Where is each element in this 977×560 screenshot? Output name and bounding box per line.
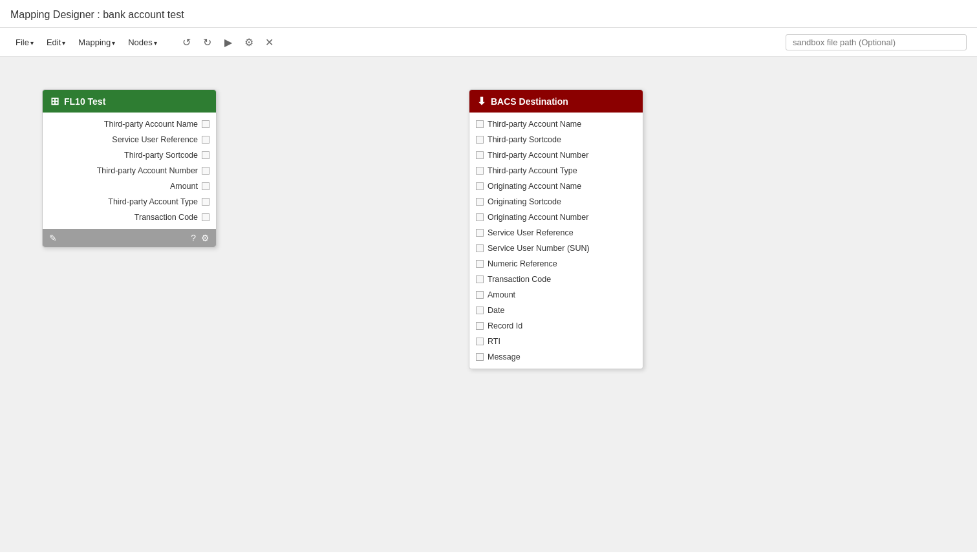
bacs-field-checkbox-9[interactable]: [476, 260, 484, 268]
bacs-field-checkbox-3[interactable]: [476, 167, 484, 175]
bacs-field-label: Originating Sortcode: [488, 197, 561, 206]
fl10-field-label: Third-party Account Number: [97, 166, 198, 175]
bacs-field-11: Amount: [469, 287, 643, 303]
bacs-title: BACS Destination: [491, 96, 568, 107]
fl10-header: ⊞ FL10 Test: [43, 90, 216, 113]
bacs-field-checkbox-11[interactable]: [476, 291, 484, 299]
bacs-field-6: Originating Account Number: [469, 210, 643, 225]
fl10-field-checkbox-4[interactable]: [202, 182, 209, 190]
fl10-field-label: Third-party Account Name: [104, 120, 198, 129]
fl10-field-label: Amount: [170, 182, 198, 191]
bacs-field-label: Record Id: [488, 321, 522, 330]
fl10-field-label: Transaction Code: [134, 213, 198, 222]
bacs-field-checkbox-0[interactable]: [476, 120, 484, 128]
fl10-field-checkbox-3[interactable]: [202, 167, 209, 175]
fl10-field-checkbox-2[interactable]: [202, 151, 209, 159]
bacs-field-12: Date: [469, 303, 643, 318]
bacs-field-7: Service User Reference: [469, 225, 643, 241]
bacs-field-label: Originating Account Name: [488, 182, 581, 191]
bacs-field-label: Amount: [488, 290, 515, 299]
bacs-field-label: Date: [488, 306, 504, 315]
bacs-field-label: Service User Reference: [488, 228, 574, 237]
fl10-node: ⊞ FL10 Test Third-party Account NameServ…: [42, 89, 217, 248]
bacs-field-checkbox-5[interactable]: [476, 198, 484, 206]
bacs-field-3: Third-party Account Type: [469, 163, 643, 178]
bacs-field-label: Third-party Account Number: [488, 151, 588, 160]
mapping-menu[interactable]: Mapping▾: [73, 35, 120, 50]
run-button[interactable]: ▶: [219, 33, 237, 51]
bacs-field-checkbox-13[interactable]: [476, 322, 484, 330]
page-title: Mapping Designer : bank account test: [0, 0, 977, 28]
nodes-menu[interactable]: Nodes▾: [123, 35, 162, 50]
bacs-field-4: Originating Account Name: [469, 178, 643, 194]
sandbox-input[interactable]: [786, 34, 967, 50]
bacs-header: ⬇ BACS Destination: [469, 90, 643, 113]
fl10-field-6: Transaction Code: [43, 210, 216, 225]
fl10-field-label: Third-party Account Type: [108, 197, 198, 206]
bacs-field-checkbox-1[interactable]: [476, 136, 484, 144]
fl10-field-5: Third-party Account Type: [43, 194, 216, 210]
bacs-field-label: Third-party Account Type: [488, 166, 577, 175]
fl10-field-1: Service User Reference: [43, 132, 216, 147]
fl10-field-checkbox-5[interactable]: [202, 198, 209, 206]
fl10-field-label: Third-party Sortcode: [124, 151, 198, 160]
fl10-body: Third-party Account NameService User Ref…: [43, 113, 216, 229]
bacs-field-checkbox-6[interactable]: [476, 213, 484, 221]
bacs-field-label: Originating Account Number: [488, 213, 588, 222]
bacs-field-checkbox-7[interactable]: [476, 229, 484, 237]
bacs-field-9: Numeric Reference: [469, 256, 643, 272]
fl10-title: FL10 Test: [64, 96, 105, 107]
bacs-field-checkbox-15[interactable]: [476, 353, 484, 361]
fl10-footer: ✎ ? ⚙: [43, 229, 216, 247]
bacs-field-label: Numeric Reference: [488, 259, 557, 268]
bacs-field-checkbox-4[interactable]: [476, 182, 484, 190]
bacs-body: Third-party Account NameThird-party Sort…: [469, 113, 643, 369]
bacs-field-label: RTI: [488, 337, 500, 346]
bacs-header-icon: ⬇: [477, 95, 486, 107]
bacs-field-2: Third-party Account Number: [469, 147, 643, 163]
bacs-field-checkbox-10[interactable]: [476, 275, 484, 283]
fl10-gear-icon[interactable]: ⚙: [201, 233, 209, 243]
fl10-field-checkbox-6[interactable]: [202, 213, 209, 221]
redo-button[interactable]: ↻: [199, 33, 217, 51]
fl10-field-label: Service User Reference: [112, 135, 198, 144]
close-button[interactable]: ✕: [261, 33, 279, 51]
bacs-field-10: Transaction Code: [469, 272, 643, 287]
bacs-field-checkbox-12[interactable]: [476, 307, 484, 314]
edit-menu[interactable]: Edit▾: [41, 35, 70, 50]
bacs-field-1: Third-party Sortcode: [469, 132, 643, 147]
fl10-field-checkbox-0[interactable]: [202, 120, 209, 128]
bacs-field-label: Third-party Sortcode: [488, 135, 561, 144]
canvas: ⊞ FL10 Test Third-party Account NameServ…: [0, 57, 977, 552]
fl10-help-icon[interactable]: ?: [191, 233, 196, 243]
fl10-footer-right: ? ⚙: [191, 233, 209, 243]
bacs-node: ⬇ BACS Destination Third-party Account N…: [469, 89, 643, 369]
bacs-field-14: RTI: [469, 334, 643, 349]
file-menu[interactable]: File▾: [10, 35, 39, 50]
bacs-field-checkbox-14[interactable]: [476, 338, 484, 345]
bacs-field-label: Third-party Account Name: [488, 120, 581, 129]
fl10-field-checkbox-1[interactable]: [202, 136, 209, 144]
bacs-field-label: Service User Number (SUN): [488, 244, 590, 253]
undo-button[interactable]: ↺: [178, 33, 196, 51]
settings-button[interactable]: ⚙: [240, 33, 258, 51]
fl10-field-0: Third-party Account Name: [43, 116, 216, 132]
fl10-field-3: Third-party Account Number: [43, 163, 216, 178]
bacs-field-13: Record Id: [469, 318, 643, 334]
bacs-field-checkbox-2[interactable]: [476, 151, 484, 159]
fl10-field-2: Third-party Sortcode: [43, 147, 216, 163]
fl10-field-4: Amount: [43, 178, 216, 194]
toolbar: File▾ Edit▾ Mapping▾ Nodes▾ ↺ ↻ ▶ ⚙ ✕: [0, 28, 977, 57]
bacs-field-5: Originating Sortcode: [469, 194, 643, 210]
bacs-field-15: Message: [469, 349, 643, 365]
fl10-edit-icon[interactable]: ✎: [49, 233, 57, 243]
bacs-field-0: Third-party Account Name: [469, 116, 643, 132]
bacs-field-label: Message: [488, 352, 521, 361]
bacs-field-label: Transaction Code: [488, 275, 551, 284]
bacs-field-checkbox-8[interactable]: [476, 244, 484, 252]
fl10-header-icon: ⊞: [50, 95, 59, 107]
bacs-field-8: Service User Number (SUN): [469, 241, 643, 256]
